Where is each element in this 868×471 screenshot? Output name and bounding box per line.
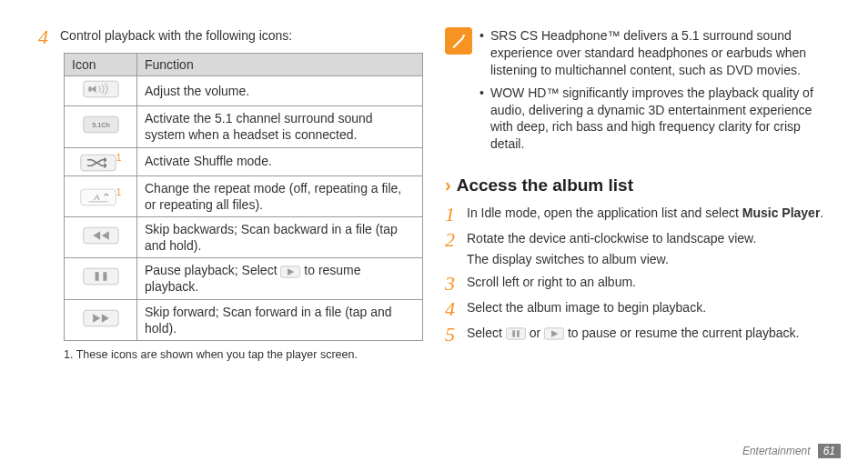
play-icon [280,266,300,278]
svg-text:5.1Ch: 5.1Ch [92,121,110,129]
step-4: 4 Select the album image to begin playba… [445,299,830,319]
right-column: SRS CS Headphone™ delivers a 5.1 surroun… [434,27,841,462]
svg-text:A: A [93,193,99,202]
step-text: Control playback with the following icon… [60,27,423,47]
step-text: Select the album image to begin playback… [467,299,830,319]
svg-rect-7 [83,269,117,286]
svg-rect-13 [512,331,515,337]
svg-rect-14 [517,331,520,337]
note-box: SRS CS Headphone™ delivers a 5.1 surroun… [445,27,830,158]
step-2: 2 Rotate the device anti-clockwise to la… [445,230,830,268]
step-number: 2 [445,230,467,268]
step-1: 1 In Idle mode, open the application lis… [445,205,830,225]
header-icon: Icon [65,54,137,76]
table-row: A1 Change the repeat mode (off, repeatin… [65,175,423,216]
table-row: 1 Activate Shuffle mode. [65,147,423,175]
pause-icon [506,327,526,340]
footnote-ref: 1 [116,187,122,197]
step-text: Rotate the device anti-clockwise to land… [467,230,830,268]
section-heading: › Access the album list [445,175,830,195]
step-number: 1 [445,205,467,225]
section-title: Access the album list [457,175,633,195]
skip-back-icon [65,216,137,257]
function-text: Change the repeat mode (off, repeating a… [137,175,423,216]
step-5: 5 Select or to pause or resume the curre… [445,325,830,345]
svg-rect-6 [83,227,117,244]
step-4: 4 Control playback with the following ic… [38,27,423,47]
step-number: 3 [445,274,467,294]
step-3: 3 Scroll left or right to an album. [445,274,830,294]
svg-rect-8 [95,273,98,282]
play-icon [544,327,564,340]
svg-rect-3 [81,155,116,171]
chevron-icon: › [445,175,451,195]
left-column: 4 Control playback with the following ic… [27,27,434,462]
svg-rect-12 [506,328,525,339]
note-icon [445,27,472,55]
step-number: 5 [445,325,467,345]
table-row: Pause playback; Select to resume playbac… [65,258,423,299]
footnote: 1. These icons are shown when you tap th… [64,348,423,361]
note-item: SRS CS Headphone™ delivers a 5.1 surroun… [479,27,830,79]
svg-rect-9 [103,273,106,282]
header-function: Function [137,54,423,76]
page-footer: Entertainment 61 [742,444,841,458]
volume-icon [65,76,137,106]
step-text: Select or to pause or resume the current… [467,325,830,345]
step-number: 4 [445,299,467,319]
function-text: Activate Shuffle mode. [137,147,423,175]
surround-icon: 5.1Ch [65,106,137,147]
table-row: Skip backwards; Scan backward in a file … [65,216,423,257]
shuffle-icon: 1 [65,147,137,175]
repeat-icon: A1 [65,175,137,216]
function-text: Activate the 5.1 channel surround sound … [137,106,423,147]
skip-forward-icon [65,299,137,340]
table-row: 5.1Ch Activate the 5.1 channel surround … [65,106,423,147]
table-row: Skip forward; Scan forward in a file (ta… [65,299,423,340]
table-row: Adjust the volume. [65,76,423,106]
step-text: In Idle mode, open the application list … [467,205,830,225]
svg-rect-11 [83,310,117,326]
step-number: 4 [38,27,60,47]
footnote-ref: 1 [116,153,122,163]
pause-icon [65,258,137,299]
note-content: SRS CS Headphone™ delivers a 5.1 surroun… [479,27,830,158]
function-text: Skip backwards; Scan backward in a file … [137,216,423,257]
step-text: Scroll left or right to an album. [467,274,830,294]
function-text: Skip forward; Scan forward in a file (ta… [137,299,423,340]
function-text: Adjust the volume. [137,76,423,106]
function-text: Pause playback; Select to resume playbac… [137,258,423,299]
note-item: WOW HD™ significantly improves the playb… [479,85,830,154]
page-number: 61 [818,444,841,458]
footer-section: Entertainment [742,445,811,457]
icons-table: Icon Function Adjust the volume. 5.1Ch A… [64,53,423,341]
